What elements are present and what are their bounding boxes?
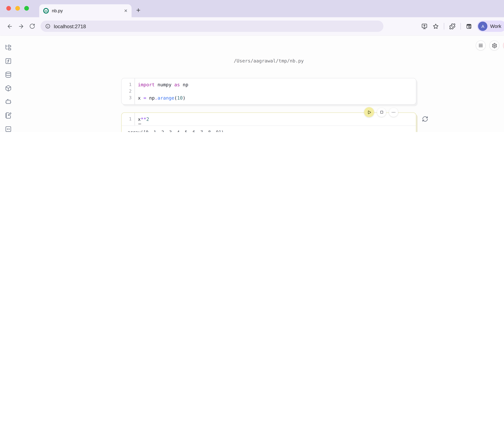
code-line[interactable]: import numpy as np — [138, 81, 416, 88]
scratchpad-icon[interactable] — [5, 112, 12, 119]
close-window-button[interactable] — [6, 6, 11, 11]
ai-chat-icon[interactable] — [5, 99, 12, 105]
reload-button[interactable] — [27, 21, 38, 32]
line-number: 3 — [122, 95, 132, 101]
site-info-icon — [45, 24, 51, 29]
cell-action-buttons — [364, 107, 398, 117]
toolbar-divider — [444, 23, 444, 29]
tab-title: nb.py — [52, 8, 121, 13]
line-number-gutter: 123 — [122, 78, 135, 104]
profile-name: Work — [490, 24, 501, 29]
code-cell-0[interactable]: 123 import numpy as np x = np.arange(10) — [121, 78, 416, 105]
toolbar-right-icons: A Work — [422, 21, 504, 32]
ellipsis-icon — [391, 110, 396, 115]
stop-square-icon — [379, 110, 384, 114]
notebook-page: /Users/aagrawal/tmp/nb.py 123 import num… — [0, 35, 504, 132]
interrupt-cell-button[interactable] — [377, 108, 386, 117]
play-icon — [367, 110, 371, 115]
cell-output: array([0, 1, 2, 3, 4, 5, 6, 7, 8, 9]) — [122, 126, 416, 132]
forward-button[interactable] — [15, 21, 27, 32]
run-cell-button[interactable] — [364, 107, 374, 117]
refresh-stale-cell-button[interactable] — [422, 116, 428, 122]
url-text: localhost:2718 — [54, 23, 86, 29]
arrow-right-icon — [18, 23, 24, 29]
close-tab-icon[interactable]: ✕ — [124, 8, 128, 13]
line-number: 1 — [122, 81, 132, 88]
notebook-filepath[interactable]: /Users/aagrawal/tmp/nb.py — [234, 58, 304, 63]
notebook-column: /Users/aagrawal/tmp/nb.py 123 import num… — [17, 35, 504, 132]
zoom-window-button[interactable] — [24, 6, 29, 11]
datasources-icon[interactable] — [5, 71, 12, 78]
profile-button[interactable]: A Work — [477, 21, 504, 32]
variables-icon[interactable] — [5, 58, 12, 64]
file-explorer-icon[interactable] — [5, 44, 12, 51]
minimize-window-button[interactable] — [15, 6, 20, 11]
window-controls — [6, 6, 29, 11]
back-button[interactable] — [4, 21, 15, 32]
helper-panel-rail — [0, 44, 17, 132]
new-tab-button[interactable]: + — [136, 6, 140, 15]
line-number: 1 — [122, 116, 132, 122]
arrow-left-icon — [7, 23, 13, 29]
cell-more-options-button[interactable] — [389, 108, 398, 117]
bookmark-star-icon[interactable] — [433, 23, 439, 29]
editor-cursor — [138, 123, 141, 124]
tab-search-icon[interactable] — [466, 23, 472, 29]
code-line[interactable] — [138, 88, 416, 95]
toolbar-divider — [461, 23, 461, 29]
code-editor[interactable]: import numpy as np x = np.arange(10) — [135, 78, 416, 104]
code-line[interactable]: x = np.arange(10) — [138, 95, 416, 101]
install-app-icon[interactable] — [422, 23, 428, 29]
address-bar[interactable]: localhost:2718 — [41, 21, 383, 32]
code-cell-1[interactable]: 1 x**2 array([0, 1, 2, 3, 4, 5, 6, 7, 8,… — [121, 113, 416, 132]
reload-icon — [29, 23, 35, 29]
marimo-favicon-icon: m — [43, 8, 49, 14]
refresh-icon — [422, 116, 428, 122]
line-number-gutter: 1 — [122, 113, 135, 125]
browser-tab-strip: m nb.py ✕ + — [0, 0, 504, 17]
packages-icon[interactable] — [5, 85, 12, 92]
line-number: 2 — [122, 88, 132, 95]
extensions-puzzle-icon[interactable] — [449, 23, 456, 29]
app-window: m nb.py ✕ + localhost:2718 A — [0, 0, 504, 132]
snippets-icon[interactable] — [5, 126, 12, 132]
browser-toolbar: localhost:2718 A Work — [0, 17, 504, 35]
avatar: A — [478, 22, 487, 31]
browser-tab[interactable]: m nb.py ✕ — [39, 4, 132, 17]
